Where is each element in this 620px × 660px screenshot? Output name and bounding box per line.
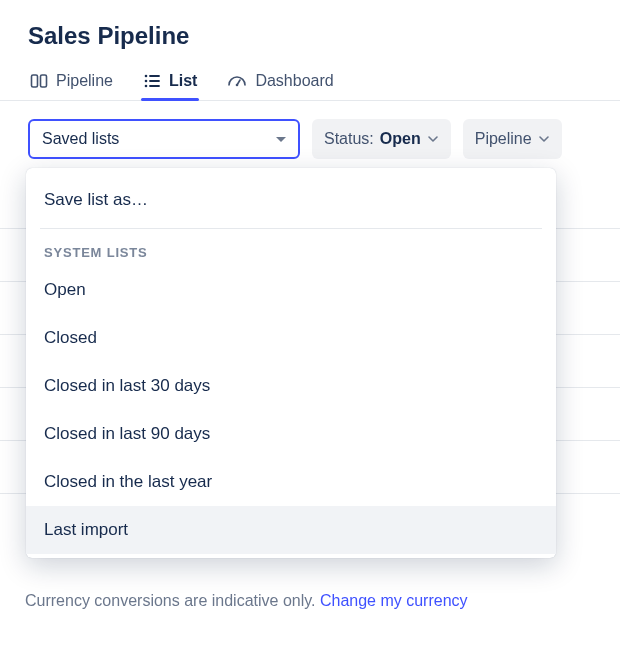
tab-pipeline[interactable]: Pipeline [28,64,115,100]
status-label: Status: [324,130,374,148]
save-list-as[interactable]: Save list as… [26,176,556,224]
list-item[interactable]: Closed in last 30 days [26,362,556,410]
dashboard-icon [227,72,247,90]
pipeline-filter[interactable]: Pipeline [463,119,562,159]
status-filter[interactable]: Status: Open [312,119,451,159]
list-item[interactable]: Last import [26,506,556,554]
list-item[interactable]: Closed in last 90 days [26,410,556,458]
tab-label: Dashboard [255,72,333,90]
menu-divider [40,228,542,229]
currency-note: Currency conversions are indicative only… [25,592,468,610]
svg-point-2 [145,75,148,78]
pipeline-icon [30,72,48,90]
system-lists-label: SYSTEM LISTS [26,231,556,266]
chevron-down-icon [538,133,550,145]
list-item[interactable]: Closed [26,314,556,362]
status-value: Open [380,130,421,148]
chevron-down-icon [427,133,439,145]
svg-point-4 [145,85,148,88]
change-currency-link[interactable]: Change my currency [320,592,468,609]
tab-list[interactable]: List [141,64,199,100]
tab-label: Pipeline [56,72,113,90]
currency-note-text: Currency conversions are indicative only… [25,592,316,609]
svg-point-3 [145,80,148,83]
list-item[interactable]: Closed in the last year [26,458,556,506]
tab-label: List [169,72,197,90]
saved-lists-dropdown[interactable]: Saved lists [28,119,300,159]
svg-rect-1 [41,75,47,87]
pipeline-filter-label: Pipeline [475,130,532,148]
saved-lists-menu: Save list as… SYSTEM LISTS Open Closed C… [26,168,556,558]
view-tabs: Pipeline List Dashboard [0,56,620,101]
caret-down-icon [276,137,286,142]
filters-row: Saved lists Status: Open Pipeline [0,101,620,159]
dropdown-label: Saved lists [42,130,119,148]
list-icon [143,72,161,90]
page-title: Sales Pipeline [0,0,620,56]
svg-rect-0 [32,75,38,87]
svg-point-9 [236,84,239,87]
tab-dashboard[interactable]: Dashboard [225,64,335,100]
list-item[interactable]: Open [26,266,556,314]
